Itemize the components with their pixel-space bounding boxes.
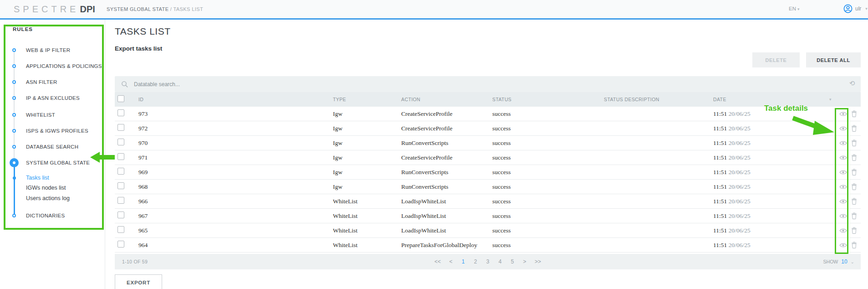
sidebar: RULES WEB & IP FILTERAPPLICATIONS & POLI… — [0, 20, 105, 289]
sidebar-item-label: SYSTEM GLOBAL STATE — [26, 160, 90, 165]
cell-id: 973 — [138, 110, 333, 118]
row-checkbox[interactable] — [117, 241, 124, 248]
search-input[interactable] — [134, 76, 835, 92]
row-checkbox[interactable] — [117, 182, 124, 189]
cell-id: 969 — [138, 169, 333, 176]
language-selector[interactable]: EN▾ — [789, 6, 800, 11]
delete-all-button[interactable]: DELETE ALL — [806, 52, 861, 67]
sidebar-subitem-label: IGWs nodes list — [26, 185, 66, 191]
page-button-5[interactable]: 5 — [509, 258, 516, 266]
sidebar-item-label: ISPS & IGWS PROFILES — [26, 128, 88, 134]
delete-button[interactable]: DELETE — [752, 52, 800, 67]
row-checkbox[interactable] — [117, 153, 124, 160]
view-task-details-icon[interactable] — [839, 111, 847, 117]
cell-status: success — [492, 110, 604, 118]
user-menu[interactable]: ulr ▾ — [843, 4, 868, 13]
cell-type: Igw — [333, 125, 401, 132]
cell-action: CreateServiceProfile — [401, 154, 492, 161]
column-header-id[interactable]: ID — [138, 97, 333, 102]
next-page-button[interactable]: > — [521, 258, 528, 266]
view-task-details-icon[interactable] — [839, 170, 847, 175]
cell-id: 964 — [138, 242, 333, 249]
annotation-task-details-label: Task details — [764, 104, 808, 113]
delete-task-icon[interactable] — [851, 154, 857, 161]
cell-status: success — [492, 139, 604, 147]
row-checkbox[interactable] — [117, 139, 124, 145]
delete-task-icon[interactable] — [851, 183, 857, 190]
sidebar-title: RULES — [13, 26, 33, 32]
step-bullet-icon — [12, 129, 16, 133]
column-header-date[interactable]: DATE — [713, 97, 829, 102]
step-bullet-icon — [12, 64, 16, 68]
cell-date: 11:51 20/06/25 — [713, 227, 829, 234]
cell-type: WhiteList — [333, 198, 401, 205]
sort-arrow-icon[interactable]: ▾ — [829, 97, 832, 102]
view-task-details-icon[interactable] — [839, 199, 847, 204]
delete-task-icon[interactable] — [851, 125, 857, 132]
cell-type: Igw — [333, 183, 401, 191]
view-task-details-icon[interactable] — [839, 155, 847, 160]
cell-status: success — [492, 125, 604, 132]
cell-action: LoadIspWhiteList — [401, 227, 492, 234]
cell-type: Igw — [333, 154, 401, 161]
delete-task-icon[interactable] — [851, 169, 857, 175]
row-checkbox[interactable] — [117, 124, 124, 131]
rows-per-page-value[interactable]: 10 — [841, 258, 847, 265]
first-page-button[interactable]: << — [433, 258, 442, 266]
delete-task-icon[interactable] — [851, 227, 857, 234]
page-button-3[interactable]: 3 — [484, 258, 491, 266]
app-root: SPECTREDPI SYSTEM GLOBAL STATE / TASKS L… — [0, 0, 868, 289]
page-button-1[interactable]: 1 — [460, 258, 467, 266]
export-button[interactable]: EXPORT — [115, 274, 162, 289]
select-all-checkbox[interactable] — [117, 95, 124, 102]
chevron-down-icon: ▾ — [865, 6, 868, 11]
cell-type: Igw — [333, 169, 401, 176]
step-bullet-icon — [12, 80, 16, 84]
view-task-details-icon[interactable] — [839, 228, 847, 233]
table-row: 973IgwCreateServiceProfilesuccess11:51 2… — [115, 107, 861, 121]
chevron-down-icon[interactable]: ⌄ — [851, 259, 854, 264]
view-task-details-icon[interactable] — [839, 140, 847, 146]
row-checkbox[interactable] — [117, 197, 124, 204]
delete-task-icon[interactable] — [851, 242, 857, 248]
active-step-bullet-icon — [10, 158, 19, 167]
cell-date: 11:51 20/06/25 — [713, 198, 829, 205]
table-row: 972IgwCreateServiceProfilesuccess11:51 2… — [115, 121, 861, 136]
delete-task-icon[interactable] — [851, 212, 857, 219]
sidebar-item-label: APPLICATIONS & POLICINGS — [26, 63, 102, 69]
refresh-icon[interactable]: ⟳ — [849, 79, 855, 88]
page-button-4[interactable]: 4 — [496, 258, 504, 266]
column-header-type[interactable]: TYPE — [333, 97, 401, 102]
row-checkbox[interactable] — [117, 109, 124, 116]
delete-task-icon[interactable] — [851, 139, 857, 146]
cell-id: 967 — [138, 212, 333, 220]
page-button-2[interactable]: 2 — [472, 258, 479, 266]
view-task-details-icon[interactable] — [839, 243, 847, 248]
breadcrumb-separator: / — [168, 6, 173, 12]
cell-status: success — [492, 169, 604, 176]
delete-task-icon[interactable] — [851, 110, 857, 117]
cell-id: 970 — [138, 139, 333, 147]
column-header-status-description[interactable]: STATUS DESCRIPTION — [604, 97, 713, 102]
cell-action: LoadIspWhiteList — [401, 212, 492, 220]
row-checkbox[interactable] — [117, 212, 124, 218]
cell-date: 11:51 20/06/25 — [713, 183, 829, 191]
column-header-status[interactable]: STATUS — [492, 97, 604, 102]
breadcrumb-section[interactable]: SYSTEM GLOBAL STATE — [107, 6, 168, 12]
delete-task-icon[interactable] — [851, 198, 857, 205]
chevron-down-icon: ▾ — [797, 7, 800, 11]
row-checkbox[interactable] — [117, 168, 124, 175]
logo-text-accent: DPI — [80, 4, 95, 14]
user-name: ulr — [855, 5, 861, 12]
sidebar-item-label: IP & ASN EXCLUDES — [26, 95, 80, 101]
page-title: TASKS LIST — [115, 26, 170, 37]
view-task-details-icon[interactable] — [839, 126, 847, 131]
rows-per-page: SHOW 10 ⌄ — [823, 258, 854, 265]
view-task-details-icon[interactable] — [839, 213, 847, 219]
app-logo[interactable]: SPECTREDPI — [14, 4, 95, 15]
prev-page-button[interactable]: < — [447, 258, 454, 266]
column-header-action[interactable]: ACTION — [401, 97, 492, 102]
row-checkbox[interactable] — [117, 226, 124, 233]
last-page-button[interactable]: >> — [533, 258, 542, 266]
view-task-details-icon[interactable] — [839, 184, 847, 190]
